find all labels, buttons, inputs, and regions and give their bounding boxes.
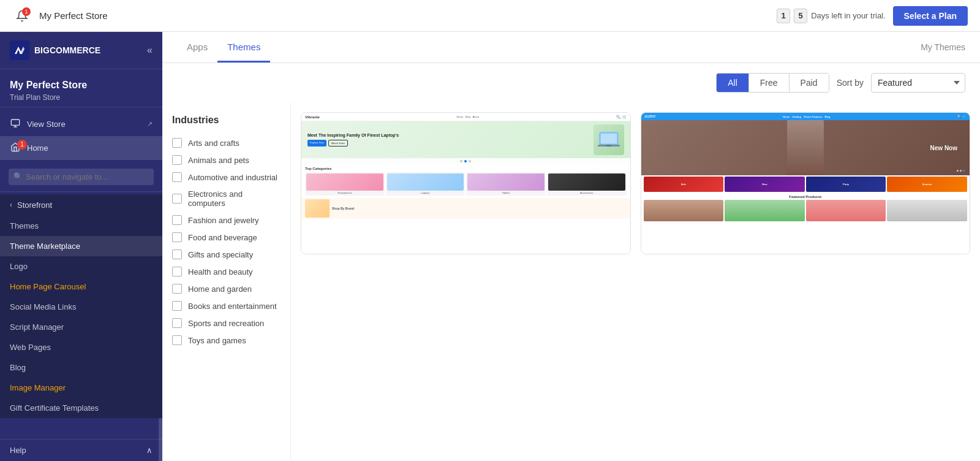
industry-books-label: Books and entertainment [188, 302, 277, 311]
industry-fashion-label: Fashion and jewelry [188, 216, 259, 225]
scrollbar[interactable] [159, 418, 162, 461]
filter-paid-button[interactable]: Paid [790, 74, 829, 92]
top-header: 1 My Perfect Store 1 5 Days left in your… [0, 0, 980, 32]
op-nav-link4: Blog [825, 115, 831, 118]
industry-toys[interactable]: Toys and games [172, 332, 281, 349]
select-plan-button[interactable]: Select a Plan [893, 6, 968, 26]
script-manager-label: Script Manager [10, 322, 64, 332]
sidebar-item-themes[interactable]: Themes [0, 216, 162, 236]
vp-cat-img-2 [387, 173, 464, 191]
vp-brand: Vibrante [305, 115, 320, 119]
industry-books[interactable]: Books and entertainment [172, 297, 281, 314]
op-brand: OUTFIT [645, 115, 656, 118]
industry-electronics[interactable]: Electronics and computers [172, 186, 281, 211]
industry-filter: Industries Arts and crafts Animals and p… [162, 102, 291, 461]
home-page-carousel-label: Home Page Carousel [10, 282, 86, 291]
op-nav-links: Home Catalog Theme Features Blog [783, 115, 830, 118]
sidebar-item-logo[interactable]: Logo [0, 256, 162, 276]
help-label: Help [10, 446, 26, 455]
industry-fashion[interactable]: Fashion and jewelry [172, 211, 281, 229]
industry-checkbox-fashion[interactable] [172, 215, 182, 225]
trial-digit-1: 1 [777, 9, 790, 23]
op-cat-party: Party [806, 177, 886, 192]
sidebar-logo: BIGCOMMERCE « [0, 32, 162, 69]
sidebar: BIGCOMMERCE « My Perfect Store Trial Pla… [0, 32, 162, 461]
trial-info: 1 5 Days left in your trial. [777, 9, 885, 23]
op-cart-icon: 🛒 [962, 115, 966, 118]
op-hero-person [787, 120, 824, 175]
industry-gifts[interactable]: Gifts and specialty [172, 246, 281, 263]
industry-checkbox-gifts[interactable] [172, 250, 182, 259]
vp-shop-img [305, 199, 330, 218]
vibrante-preview: Vibrante Home Shop About 🔍 🛒 [301, 113, 630, 254]
vp-nav-link1: Home [456, 115, 463, 118]
op-hero-dots [954, 169, 967, 173]
store-plan: Trial Plan Store [10, 93, 153, 102]
industry-home-garden[interactable]: Home and garden [172, 280, 281, 297]
view-store-label: View Store [27, 120, 66, 129]
industry-checkbox-electronics[interactable] [172, 194, 182, 204]
sidebar-item-home-page-carousel[interactable]: Home Page Carousel [0, 276, 162, 297]
sidebar-item-image-manager[interactable]: Image Manager [0, 378, 162, 398]
industry-checkbox-animals[interactable] [172, 155, 182, 165]
industry-animals-pets[interactable]: Animals and pets [172, 151, 281, 169]
content-tabs: Apps Themes My Themes [162, 32, 980, 63]
my-themes-link[interactable]: My Themes [921, 32, 965, 62]
vp-shop-label: Shop By Brand [332, 207, 354, 210]
search-icon: 🔍 [13, 172, 23, 181]
industry-checkbox-home[interactable] [172, 284, 182, 294]
sidebar-item-view-store[interactable]: View Store ↗ [0, 112, 162, 136]
vp-nav-link2: Shop [465, 115, 470, 118]
industry-checkbox-automotive[interactable] [172, 172, 182, 182]
vp-dot-2 [464, 160, 467, 162]
main-layout: BIGCOMMERCE « My Perfect Store Trial Pla… [0, 32, 980, 461]
sidebar-help[interactable]: Help ∧ [0, 439, 162, 461]
op-product-2 [725, 200, 805, 221]
sidebar-item-script-manager[interactable]: Script Manager [0, 317, 162, 337]
industry-sports-label: Sports and recreation [188, 319, 264, 328]
industry-food[interactable]: Food and beverage [172, 229, 281, 246]
store-icon [10, 118, 21, 130]
sidebar-item-web-pages[interactable]: Web Pages [0, 337, 162, 357]
store-name: My Perfect Store [10, 79, 153, 92]
vp-nav-link3: About [472, 115, 478, 118]
storefront-section: ‹ Storefront Themes Theme Marketplace Lo… [0, 194, 162, 418]
industry-checkbox-arts[interactable] [172, 138, 182, 148]
sidebar-item-blog[interactable]: Blog [0, 357, 162, 378]
trial-text: Days left in your trial. [811, 11, 885, 20]
industry-checkbox-toys[interactable] [172, 335, 182, 345]
sidebar-collapse-button[interactable]: « [147, 45, 153, 56]
sidebar-item-home[interactable]: 1 Home [0, 136, 162, 160]
sidebar-item-social-media[interactable]: Social Media Links [0, 297, 162, 317]
vp-cat-img-4 [548, 173, 625, 191]
vp-cat-img-1 [306, 173, 383, 191]
industry-electronics-label: Electronics and computers [188, 189, 281, 208]
filter-free-button[interactable]: Free [749, 74, 790, 92]
bigcommerce-logo: BIGCOMMERCE [10, 40, 100, 60]
industry-health[interactable]: Health and beauty [172, 263, 281, 280]
industry-checkbox-food[interactable] [172, 232, 182, 242]
op-nav-link3: Theme Features [804, 115, 823, 118]
theme-card-outfit[interactable]: OUTFIT Home Catalog Theme Features Blog … [641, 112, 971, 254]
sidebar-item-gift-certificate[interactable]: Gift Certificate Templates [0, 398, 162, 418]
op-product-3 [806, 200, 886, 221]
industry-checkbox-books[interactable] [172, 301, 182, 311]
industry-checkbox-health[interactable] [172, 267, 182, 276]
industry-sports[interactable]: Sports and recreation [172, 314, 281, 332]
sort-select[interactable]: Featured Newest Oldest Price: Low to Hig… [871, 73, 965, 93]
industry-checkbox-sports[interactable] [172, 318, 182, 328]
op-nav-link2: Catalog [792, 115, 801, 118]
notification-bell[interactable]: 1 [12, 6, 32, 26]
theme-card-vibrante[interactable]: Vibrante Home Shop About 🔍 🛒 [301, 112, 631, 254]
filter-all-button[interactable]: All [717, 74, 749, 92]
search-input[interactable] [9, 169, 154, 185]
storefront-header[interactable]: ‹ Storefront [0, 194, 162, 216]
tab-apps[interactable]: Apps [177, 32, 217, 63]
vp-search-icon: 🔍 [616, 115, 620, 119]
tab-themes[interactable]: Themes [217, 32, 270, 63]
trial-digit-2: 5 [794, 9, 807, 23]
industry-automotive[interactable]: Automotive and industrial [172, 169, 281, 186]
industry-arts-crafts[interactable]: Arts and crafts [172, 134, 281, 151]
industry-health-label: Health and beauty [188, 267, 253, 276]
sidebar-item-theme-marketplace[interactable]: Theme Marketplace [0, 236, 162, 256]
